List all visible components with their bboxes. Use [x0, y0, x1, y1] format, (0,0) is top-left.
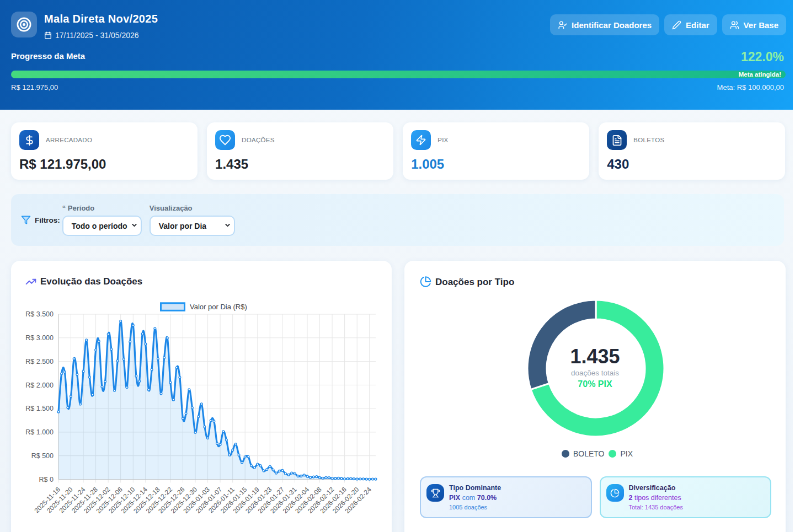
svg-text:R$ 2.000: R$ 2.000 [25, 381, 54, 389]
svg-text:R$ 1.000: R$ 1.000 [25, 428, 54, 436]
svg-text:R$ 0: R$ 0 [39, 476, 54, 483]
svg-text:R$ 3.000: R$ 3.000 [25, 334, 54, 342]
svg-text:R$ 2.500: R$ 2.500 [25, 358, 54, 366]
svg-text:R$ 500: R$ 500 [31, 452, 54, 460]
svg-text:Valor por Dia (R$): Valor por Dia (R$) [190, 303, 247, 311]
svg-text:R$ 1.500: R$ 1.500 [25, 405, 54, 412]
svg-text:R$ 3.500: R$ 3.500 [25, 310, 54, 318]
